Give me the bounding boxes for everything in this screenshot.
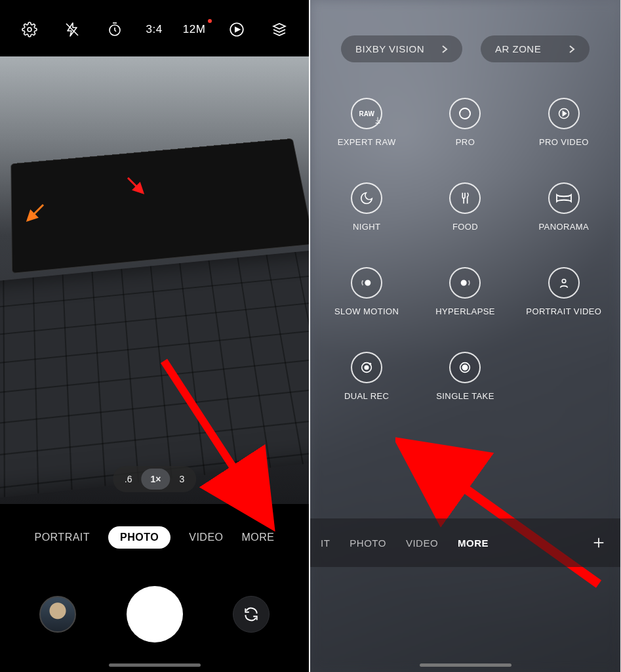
viewfinder-subject-laptop	[0, 136, 309, 504]
ar-zone-label: AR ZONE	[495, 43, 541, 54]
pro-video-icon	[548, 98, 580, 129]
mode-label: DUAL REC	[344, 391, 389, 401]
camera-more-modes-screen: BIXBY VISION AR ZONE RAW EXPERT RAW PRO …	[310, 0, 620, 672]
chevron-right-icon	[441, 45, 448, 54]
mode-it-partial[interactable]: IT	[321, 537, 330, 549]
camera-main-screen: 3:4 12M .6 1× 3 PORTRAIT PHOTO VIDEO MOR…	[0, 0, 310, 672]
mode-video[interactable]: VIDEO	[406, 537, 438, 549]
top-pill-row: BIXBY VISION AR ZONE	[310, 0, 620, 62]
bixby-vision-label: BIXBY VISION	[355, 43, 424, 54]
svg-marker-5	[235, 28, 240, 32]
mode-label: PRO	[456, 137, 475, 147]
food-icon	[449, 182, 481, 214]
svg-point-21	[463, 365, 468, 369]
record-dot-icon	[208, 19, 212, 23]
filters-icon[interactable]	[268, 18, 290, 41]
modes-grid: RAW EXPERT RAW PRO PRO VIDEO NIGHT FOOD …	[310, 62, 620, 401]
mode-label: PRO VIDEO	[539, 137, 589, 147]
resolution-label: 12M	[183, 23, 206, 35]
mode-hyperlapse[interactable]: HYPERLAPSE	[422, 267, 508, 316]
mode-photo[interactable]: PHOTO	[350, 537, 386, 549]
bixby-vision-button[interactable]: BIXBY VISION	[341, 35, 462, 62]
mode-pro-video[interactable]: PRO VIDEO	[521, 98, 607, 147]
mode-more[interactable]: MORE	[242, 532, 275, 543]
expert-raw-icon: RAW	[351, 98, 382, 129]
zoom-option-tele[interactable]: 3	[170, 469, 193, 490]
plus-icon	[591, 536, 606, 550]
chevron-right-icon	[569, 45, 575, 54]
mode-portrait[interactable]: PORTRAIT	[34, 532, 90, 543]
switch-camera-icon	[243, 606, 260, 623]
mode-label: NIGHT	[353, 222, 380, 232]
dual-rec-icon	[351, 352, 382, 383]
camera-controls	[0, 556, 309, 672]
night-icon	[351, 182, 382, 214]
home-indicator[interactable]	[420, 663, 511, 667]
mode-label: PORTRAIT VIDEO	[526, 306, 601, 316]
mode-expert-raw[interactable]: RAW EXPERT RAW	[323, 98, 410, 147]
portrait-video-icon	[548, 267, 580, 299]
svg-point-19	[369, 363, 372, 366]
svg-point-0	[28, 28, 31, 32]
mode-label: PANORAMA	[539, 222, 590, 232]
mode-video[interactable]: VIDEO	[189, 532, 223, 543]
single-take-icon	[449, 352, 481, 383]
mode-dual-rec[interactable]: DUAL REC	[323, 352, 410, 401]
mode-food[interactable]: FOOD	[422, 182, 508, 232]
svg-point-16	[562, 280, 566, 284]
slow-motion-icon	[351, 267, 382, 299]
camera-viewfinder[interactable]: .6 1× 3	[0, 56, 309, 504]
mode-more[interactable]: MORE	[458, 537, 489, 549]
mode-label: HYPERLAPSE	[435, 306, 495, 316]
svg-point-15	[462, 280, 466, 285]
ar-zone-button[interactable]: AR ZONE	[481, 35, 590, 62]
svg-point-18	[365, 366, 369, 369]
shutter-button[interactable]	[127, 586, 183, 642]
mode-label: SLOW MOTION	[334, 306, 399, 316]
pro-icon	[449, 98, 481, 129]
add-mode-button[interactable]	[591, 536, 606, 550]
settings-icon[interactable]	[18, 18, 41, 41]
panorama-icon	[548, 182, 580, 214]
motion-photo-icon[interactable]	[226, 18, 248, 41]
mode-slow-motion[interactable]: SLOW MOTION	[323, 267, 410, 316]
svg-point-14	[365, 280, 370, 285]
timer-icon[interactable]	[104, 18, 126, 41]
resolution-button[interactable]: 12M	[183, 23, 206, 36]
mode-label: FOOD	[452, 222, 478, 232]
mode-label: EXPERT RAW	[338, 137, 396, 147]
camera-mode-row: PORTRAIT PHOTO VIDEO MORE	[0, 504, 309, 556]
hyperlapse-icon	[449, 267, 481, 299]
aspect-ratio-button[interactable]: 3:4	[146, 23, 163, 36]
zoom-option-wide[interactable]: .6	[115, 469, 142, 490]
mode-portrait-video[interactable]: PORTRAIT VIDEO	[521, 267, 607, 316]
flash-off-icon[interactable]	[61, 18, 83, 41]
gallery-thumbnail[interactable]	[39, 596, 76, 633]
svg-marker-12	[563, 112, 566, 116]
mode-night[interactable]: NIGHT	[323, 182, 410, 232]
zoom-selector[interactable]: .6 1× 3	[113, 466, 196, 492]
mode-pro[interactable]: PRO	[422, 98, 508, 147]
camera-mode-row: IT PHOTO VIDEO MORE	[310, 518, 620, 567]
mode-label: SINGLE TAKE	[436, 391, 494, 401]
mode-single-take[interactable]: SINGLE TAKE	[422, 352, 508, 401]
switch-camera-button[interactable]	[233, 596, 270, 633]
zoom-option-1x[interactable]: 1×	[141, 469, 170, 490]
mode-panorama[interactable]: PANORAMA	[521, 182, 607, 232]
camera-top-toolbar: 3:4 12M	[0, 0, 309, 56]
mode-photo[interactable]: PHOTO	[108, 526, 170, 549]
home-indicator[interactable]	[109, 663, 201, 667]
